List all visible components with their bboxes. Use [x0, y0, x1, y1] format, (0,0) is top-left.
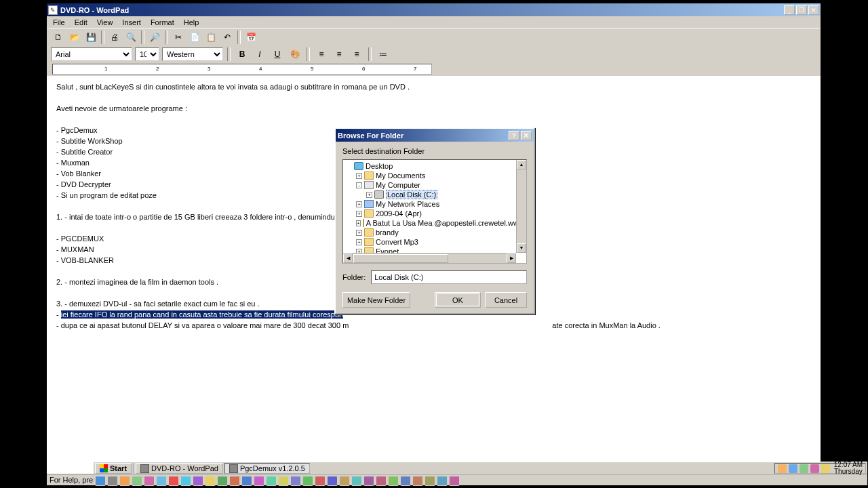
bold-button[interactable]: B [235, 47, 250, 62]
charset-select[interactable]: Western [162, 47, 223, 61]
quicklaunch-icon[interactable] [327, 476, 338, 486]
expand-icon[interactable]: + [356, 239, 362, 245]
tray-icon[interactable] [789, 464, 797, 473]
tree-item[interactable]: Desktop [344, 161, 525, 171]
quicklaunch-icon[interactable] [95, 476, 106, 486]
quicklaunch-icon[interactable] [144, 476, 155, 486]
quicklaunch-icon[interactable] [132, 476, 142, 486]
align-right-button[interactable]: ≡ [349, 47, 364, 62]
menu-format[interactable]: Format [146, 18, 179, 27]
expand-icon[interactable]: + [356, 230, 362, 236]
menu-insert[interactable]: Insert [117, 18, 146, 27]
quicklaunch-icon[interactable] [180, 476, 191, 486]
preview-button[interactable]: 🔍 [123, 30, 138, 45]
ok-button[interactable]: OK [435, 292, 481, 308]
quicklaunch-icon[interactable] [363, 476, 374, 486]
quicklaunch-icon[interactable] [302, 476, 313, 486]
tray-icon[interactable] [778, 464, 787, 473]
underline-button[interactable]: U [270, 47, 285, 62]
taskbar-item[interactable]: DVD-RO - WordPad [136, 463, 223, 474]
print-button[interactable]: 🖨 [107, 30, 122, 45]
bullets-button[interactable]: ≔ [376, 47, 391, 62]
cancel-button[interactable]: Cancel [485, 292, 527, 308]
tree-item[interactable]: +2009-04 (Apr) [344, 209, 525, 218]
quicklaunch-icon[interactable] [376, 476, 387, 486]
quicklaunch-icon[interactable] [388, 476, 399, 486]
tree-item[interactable]: +brandy [344, 228, 525, 237]
quicklaunch-icon[interactable] [278, 476, 289, 486]
quicklaunch-icon[interactable] [290, 476, 301, 486]
tray-icon[interactable] [810, 464, 819, 473]
vertical-scrollbar[interactable]: ▲ ▼ [516, 160, 526, 253]
taskbar-item[interactable]: PgcDemux v1.2.0.5 [224, 463, 310, 474]
menu-edit[interactable]: Edit [70, 18, 92, 27]
scroll-thumb[interactable] [353, 254, 448, 263]
start-button[interactable]: Start [95, 463, 132, 474]
quicklaunch-icon[interactable] [107, 476, 118, 486]
ruler[interactable]: 1234567 [52, 64, 432, 75]
save-button[interactable]: 💾 [83, 30, 98, 45]
quicklaunch-icon[interactable] [266, 476, 277, 486]
tree-item[interactable]: -My Computer [344, 180, 525, 190]
menu-view[interactable]: View [92, 18, 118, 27]
tray-icon[interactable] [800, 464, 808, 473]
paste-button[interactable]: 📋 [203, 30, 218, 45]
expand-icon[interactable]: + [356, 220, 361, 226]
close-button[interactable]: ✕ [808, 5, 819, 15]
dialog-close-button[interactable]: ✕ [521, 131, 532, 140]
make-new-folder-button[interactable]: Make New Folder [342, 292, 410, 308]
quicklaunch-icon[interactable] [351, 476, 362, 486]
scroll-down-icon[interactable]: ▼ [517, 243, 526, 253]
minimize-button[interactable]: _ [784, 5, 795, 15]
dialog-help-button[interactable]: ? [509, 131, 519, 140]
color-button[interactable]: 🎨 [288, 47, 302, 62]
open-button[interactable]: 📂 [67, 30, 82, 45]
expand-icon[interactable]: - [356, 182, 362, 188]
tree-item[interactable]: +My Network Places [344, 199, 525, 209]
quicklaunch-icon[interactable] [412, 476, 423, 486]
quicklaunch-icon[interactable] [168, 476, 179, 486]
horizontal-scrollbar[interactable]: ◀ ▶ [343, 253, 516, 263]
italic-button[interactable]: I [252, 47, 267, 62]
quicklaunch-icon[interactable] [425, 476, 435, 486]
tree-item[interactable]: +A Batut La Usa Mea @apopesteli.crewetel… [344, 218, 525, 228]
quicklaunch-icon[interactable] [315, 476, 326, 486]
menu-file[interactable]: File [48, 18, 70, 27]
scroll-right-icon[interactable]: ▶ [507, 253, 516, 263]
copy-button[interactable]: 📄 [187, 30, 202, 45]
quicklaunch-icon[interactable] [437, 476, 448, 486]
quicklaunch-icon[interactable] [119, 476, 130, 486]
tree-item[interactable]: +My Documents [344, 171, 525, 180]
tree-item[interactable]: +Convert Mp3 [344, 237, 525, 247]
cut-button[interactable]: ✂ [171, 30, 186, 45]
folder-tree[interactable]: Desktop+My Documents-My Computer+Local D… [342, 159, 527, 264]
expand-icon[interactable]: + [356, 173, 362, 179]
quicklaunch-icon[interactable] [241, 476, 252, 486]
quicklaunch-icon[interactable] [449, 476, 460, 486]
tree-item[interactable]: +Local Disk (C:) [344, 190, 525, 199]
quicklaunch-icon[interactable] [229, 476, 240, 486]
quicklaunch-icon[interactable] [254, 476, 264, 486]
find-button[interactable]: 🔎 [147, 30, 162, 45]
expand-icon[interactable]: + [366, 192, 372, 198]
scroll-up-icon[interactable]: ▲ [517, 160, 526, 169]
font-size-select[interactable]: 10 [135, 47, 159, 61]
quicklaunch-icon[interactable] [217, 476, 228, 486]
align-left-button[interactable]: ≡ [314, 47, 329, 62]
tray-icon[interactable] [821, 464, 830, 473]
new-button[interactable]: 🗋 [51, 30, 66, 45]
scroll-left-icon[interactable]: ◀ [343, 253, 353, 263]
quicklaunch-icon[interactable] [400, 476, 411, 486]
align-center-button[interactable]: ≡ [332, 47, 347, 62]
font-name-select[interactable]: Arial [51, 47, 132, 61]
menu-help[interactable]: Help [179, 18, 204, 27]
folder-input[interactable] [371, 270, 527, 284]
expand-icon[interactable]: + [356, 201, 362, 207]
quicklaunch-icon[interactable] [156, 476, 167, 486]
clock[interactable]: 12:07 AM Thursday [832, 462, 863, 475]
quicklaunch-icon[interactable] [339, 476, 350, 486]
datetime-button[interactable]: 📅 [243, 30, 258, 45]
undo-button[interactable]: ↶ [220, 30, 235, 45]
quicklaunch-icon[interactable] [205, 476, 216, 486]
maximize-button[interactable]: ❐ [796, 5, 807, 15]
